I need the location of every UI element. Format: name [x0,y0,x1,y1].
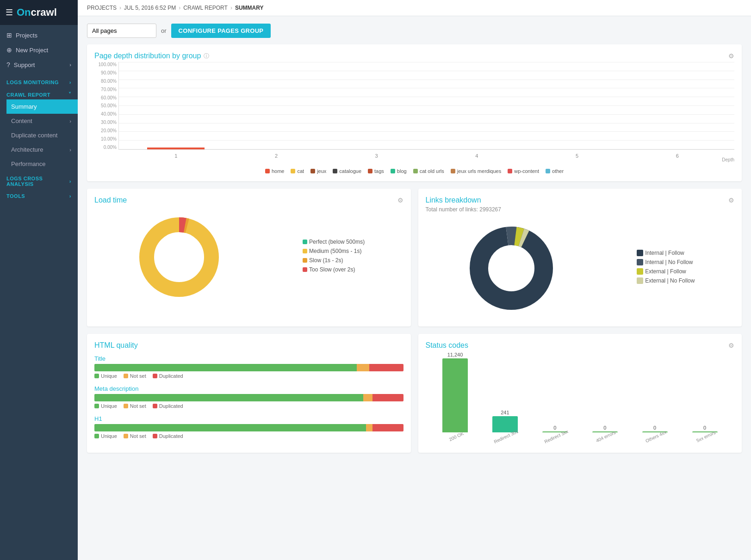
links-breakdown-chart: Internal | Follow Internal | No Follow E… [426,217,735,319]
legend-item-jeux-urls: jeux urls merdiques [451,168,501,174]
sidebar-main-nav: ⊞ Projects ⊕ New Project ? Support › [0,25,78,75]
status-codes-title-text: Status codes [426,341,469,350]
svg-point-3 [479,236,544,301]
breadcrumb-projects[interactable]: PROJECTS [87,5,117,11]
links-breakdown-subtitle: Total number of links: 2993267 [426,206,735,213]
chevron-right-icon: › [69,80,71,85]
breadcrumb-sep: › [119,5,121,11]
logo-text: Oncrawl [17,6,57,18]
sidebar-item-projects[interactable]: ⊞ Projects [0,28,78,43]
notset-bar [357,364,369,371]
quality-legend: Unique Not set Duplicated [94,403,403,409]
legend-external-nofollow: External | No Follow [637,277,695,284]
status-bar-404: 0 404 errors [580,425,630,439]
load-time-donut-svg [133,211,225,303]
load-time-title: Load time ⚙ [94,196,403,204]
meta-desc-quality-label: Meta description [94,385,403,392]
sidebar-item-label: New Project [16,47,48,54]
links-breakdown-title: Links breakdown ⚙ [426,196,735,204]
sidebar-item-new-project[interactable]: ⊕ New Project [0,43,78,57]
duplicated-bar [372,424,403,431]
notset-bar [363,394,372,401]
sidebar-item-label: Duplicate content [11,132,57,139]
legend-item-jeux: jeux [310,168,326,174]
logo-area: ☰ Oncrawl [0,0,78,25]
sidebar-category-tools[interactable]: TOOLS › [0,189,78,201]
category-label: CRAWL REPORT [6,92,50,98]
legend-internal-nofollow: Internal | No Follow [637,259,695,265]
gear-icon[interactable]: ⚙ [728,197,734,204]
bar-group-6: 6 [629,62,725,149]
links-breakdown-title-text: Links breakdown [426,196,481,204]
h1-quality-section: H1 Unique Not set Duplicated [94,415,403,439]
breadcrumb-sep: › [230,5,232,11]
configure-pages-group-button[interactable]: CONFIGURE PAGES GROUP [171,24,271,38]
legend-duplicated: Duplicated [153,373,183,379]
legend-not-set: Not set [124,373,146,379]
breadcrumb-sep: › [179,5,180,11]
sidebar-item-support[interactable]: ? Support › [0,57,78,72]
chart-title-text: Page depth distribution by group [94,52,201,60]
html-quality-content: Title Unique Not set Duplicated [94,355,403,439]
sidebar-item-duplicate-content[interactable]: Duplicate content [6,128,78,142]
meta-desc-quality-bar [94,394,403,401]
status-bar-4xx: 0 Others 4xx [630,425,680,439]
quality-legend: Unique Not set Duplicated [94,433,403,439]
h1-quality-bar [94,424,403,431]
legend-item-catalogue: catalogue [333,168,361,174]
topbar: PROJECTS › JUL 5, 2016 6:52 PM › CRAWL R… [78,0,751,16]
gear-icon[interactable]: ⚙ [728,342,734,349]
bar-x-label: 6 [676,153,679,159]
y-axis: 100.00% 90.00% 80.00% 70.00% 60.00% 50.0… [94,62,118,150]
sidebar-category-logs-monitoring[interactable]: LOGS MONITORING › [0,75,78,87]
toolbar: All pages or CONFIGURE PAGES GROUP [87,24,742,38]
sidebar-item-summary[interactable]: Summary [6,99,78,114]
sidebar-crawl-report-sub: Summary Content › Duplicate content Arch… [0,99,78,171]
bar-value: 241 [501,410,509,415]
load-time-chart: Perfect (below 500ms) Medium (500ms - 1s… [94,206,403,308]
breadcrumb-date[interactable]: JUL 5, 2016 6:52 PM [124,5,176,11]
category-label: LOGS CROSS ANALYSIS [6,176,67,187]
legend-duplicated: Duplicated [153,403,183,409]
bars-container: 1 2 [119,62,734,149]
status-bar-3xx: 0 Redirect 3xx [530,425,580,439]
breadcrumb-crawl-report[interactable]: CRAWL REPORT [183,5,228,11]
sidebar-item-architecture[interactable]: Architecture › [6,142,78,157]
legend-too-slow: Too Slow (over 2s) [303,266,365,273]
html-quality-card: HTML quality Title Unique Not set [87,334,411,453]
legend-item-other: other [546,168,564,174]
x-axis-label: Depth [722,157,734,162]
page-depth-card: Page depth distribution by group ⓘ ⚙ 100… [87,44,742,181]
sidebar-item-performance[interactable]: Performance [6,157,78,171]
bar-rect [442,358,468,432]
status-codes-card: Status codes ⚙ 11,240 200 OK 241 [418,334,742,453]
bar-segment [147,148,205,149]
sidebar-category-logs-cross-analysis[interactable]: LOGS CROSS ANALYSIS › [0,171,78,189]
category-label: TOOLS [6,193,25,199]
help-circle-icon[interactable]: ⓘ [204,52,209,60]
gear-icon[interactable]: ⚙ [728,52,734,60]
content-area: All pages or CONFIGURE PAGES GROUP Page … [78,16,751,560]
legend-unique: Unique [94,403,117,409]
gear-icon[interactable]: ⚙ [397,197,403,204]
page-depth-chart: 100.00% 90.00% 80.00% 70.00% 60.00% 50.0… [94,62,734,164]
load-time-card: Load time ⚙ Perfect (below 500ms) Med [87,189,411,326]
hamburger-icon[interactable]: ☰ [6,7,13,18]
pages-dropdown[interactable]: All pages [87,24,156,38]
sidebar-category-crawl-report[interactable]: CRAWL REPORT ˅ [0,87,78,99]
links-donut-svg [465,222,558,314]
title-quality-label: Title [94,355,403,362]
bar-group-2: 2 [229,62,324,149]
sidebar-item-content[interactable]: Content › [6,114,78,128]
bar-x-label: 1 [174,153,177,159]
links-breakdown-card: Links breakdown ⚙ Total number of links:… [418,189,742,326]
bar-value: 11,240 [447,352,463,357]
legend-internal-follow: Internal | Follow [637,250,695,256]
chevron-right-icon: › [69,62,71,68]
bar-label: 200 OK [448,431,464,442]
notset-bar [366,424,372,431]
sidebar-item-label: Architecture [11,146,43,153]
legend-not-set: Not set [124,433,146,439]
grid-icon: ⊞ [6,31,12,39]
title-quality-bar [94,364,403,371]
